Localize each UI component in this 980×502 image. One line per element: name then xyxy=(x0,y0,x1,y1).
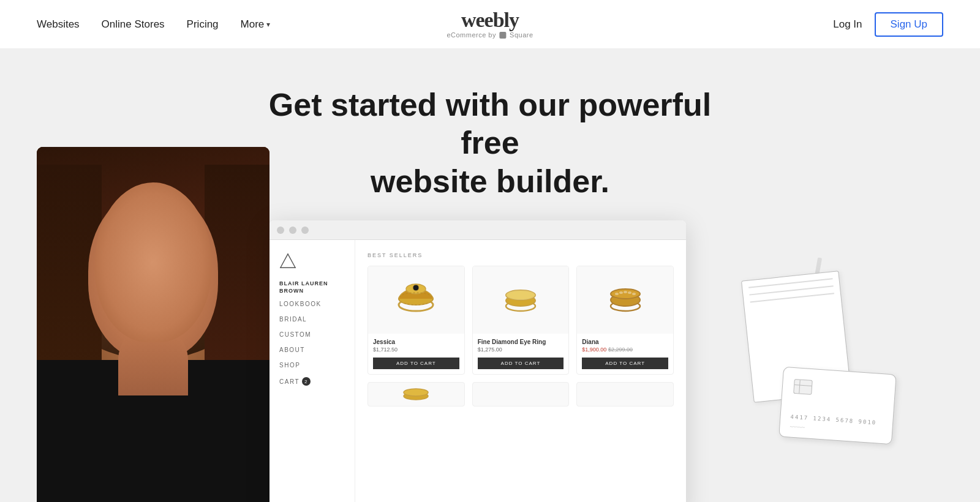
product-card-diamond: Fine Diamond Eye Ring $1,275.00 ADD TO C… xyxy=(472,266,570,375)
product-image-diana xyxy=(577,266,673,334)
signup-button[interactable]: Sign Up xyxy=(875,12,943,37)
product-info-diana: Diana $1,900.00 $2,299.00 ADD TO CART xyxy=(577,334,673,374)
mockup-main: BEST SELLERS xyxy=(355,240,686,502)
product-stub-3 xyxy=(576,382,674,406)
titlebar-dot-3 xyxy=(301,227,309,234)
sidebar-logo xyxy=(279,252,345,269)
card-signature: ~~~~~ xyxy=(790,424,805,431)
svg-point-16 xyxy=(628,291,631,294)
product-name-diana: Diana xyxy=(582,339,668,345)
product-price-diana: $1,900.00 $2,299.00 xyxy=(582,347,668,353)
svg-point-9 xyxy=(506,290,535,300)
sidebar-nav-about[interactable]: ABOUT xyxy=(279,344,345,356)
square-logo-icon xyxy=(500,32,507,39)
logo-subtitle: eCommerce by Square xyxy=(447,32,533,39)
hero-headline: Get started with our powerful free websi… xyxy=(245,86,735,200)
products-row2 xyxy=(368,382,674,406)
svg-point-19 xyxy=(404,389,428,396)
price-original-diana: $2,299.00 xyxy=(608,347,633,353)
add-to-cart-diana[interactable]: ADD TO CART xyxy=(582,358,668,369)
nav-websites[interactable]: Websites xyxy=(37,18,80,31)
credit-card-sketch: 4417 1234 5678 9010 ~~~~~ xyxy=(778,367,897,445)
sidebar-nav-custom[interactable]: CUSTOM xyxy=(279,329,345,340)
navbar: Websites Online Stores Pricing More ▾ we… xyxy=(0,0,980,49)
logo[interactable]: weebly eCommerce by Square xyxy=(447,10,533,39)
price-sale-diana: $1,900.00 xyxy=(582,347,606,353)
ring-diana-icon xyxy=(601,275,650,324)
product-card-jessica: Jessica $1,712.50 ADD TO CART xyxy=(368,266,465,375)
mockup-body: BLAIR LAUREN BROWN LOOKBOOK BRIDAL CUSTO… xyxy=(270,240,686,502)
nav-pricing[interactable]: Pricing xyxy=(187,18,219,31)
sidebar-nav-lookbook[interactable]: LOOKBOOK xyxy=(279,298,345,310)
mockup-titlebar xyxy=(270,220,686,240)
ring-jessica-icon xyxy=(391,275,440,324)
triangle-logo-icon xyxy=(279,252,296,269)
face-skin xyxy=(88,190,219,360)
website-mockup: BLAIR LAUREN BROWN LOOKBOOK BRIDAL CUSTO… xyxy=(270,220,686,502)
product-price-diamond: $1,275.00 xyxy=(478,347,564,353)
titlebar-dot-1 xyxy=(277,227,284,234)
ring-stub-1-icon xyxy=(398,385,434,403)
nav-right: Log In Sign Up xyxy=(833,12,943,37)
svg-point-14 xyxy=(619,291,623,294)
product-info-diamond: Fine Diamond Eye Ring $1,275.00 ADD TO C… xyxy=(473,334,569,374)
product-info-jessica: Jessica $1,712.50 ADD TO CART xyxy=(368,334,464,374)
card-chip-icon xyxy=(793,379,813,395)
svg-point-4 xyxy=(413,285,419,291)
bestsellers-label: BEST SELLERS xyxy=(368,252,674,258)
mockup-sidebar: BLAIR LAUREN BROWN LOOKBOOK BRIDAL CUSTO… xyxy=(270,240,355,502)
svg-point-13 xyxy=(615,293,619,295)
woman-face xyxy=(37,147,270,502)
ring-diamond-icon xyxy=(496,275,545,324)
product-name-diamond: Fine Diamond Eye Ring xyxy=(478,339,564,345)
cart-badge: 2 xyxy=(302,377,311,386)
nav-online-stores[interactable]: Online Stores xyxy=(102,18,165,31)
sidebar-nav-bridal[interactable]: BRIDAL xyxy=(279,313,345,325)
neck xyxy=(118,324,188,395)
product-price-jessica: $1,712.50 xyxy=(373,347,459,353)
hero-woman-image xyxy=(37,147,270,502)
sidebar-nav-shop[interactable]: SHOP xyxy=(279,359,345,371)
logo-wordmark: weebly xyxy=(461,10,519,31)
svg-point-17 xyxy=(632,293,636,295)
titlebar-dot-2 xyxy=(289,227,296,234)
right-illustration: 4417 1234 5678 9010 ~~~~~ xyxy=(772,245,931,478)
svg-point-15 xyxy=(624,291,627,293)
hero-section: Get started with our powerful free websi… xyxy=(0,49,980,502)
notebook-line-3 xyxy=(750,293,834,302)
nav-left: Websites Online Stores Pricing More ▾ xyxy=(37,18,270,31)
product-image-jessica xyxy=(368,266,464,334)
nav-more[interactable]: More ▾ xyxy=(241,18,271,31)
login-button[interactable]: Log In xyxy=(833,18,862,31)
add-to-cart-diamond[interactable]: ADD TO CART xyxy=(478,358,564,369)
svg-marker-0 xyxy=(281,254,295,268)
sidebar-brand: BLAIR LAUREN BROWN xyxy=(279,280,345,294)
product-stub-1 xyxy=(368,382,465,406)
chip-line xyxy=(794,384,812,386)
product-card-diana: Diana $1,900.00 $2,299.00 ADD TO CART xyxy=(576,266,674,375)
product-image-diamond xyxy=(473,266,569,334)
product-stub-2 xyxy=(472,382,570,406)
chevron-down-icon: ▾ xyxy=(266,20,270,29)
add-to-cart-jessica[interactable]: ADD TO CART xyxy=(373,358,459,369)
products-grid: Jessica $1,712.50 ADD TO CART xyxy=(368,266,674,375)
product-name-jessica: Jessica xyxy=(373,339,459,345)
sidebar-nav-cart[interactable]: CART 2 xyxy=(279,375,345,388)
chip-vertical xyxy=(799,380,801,394)
